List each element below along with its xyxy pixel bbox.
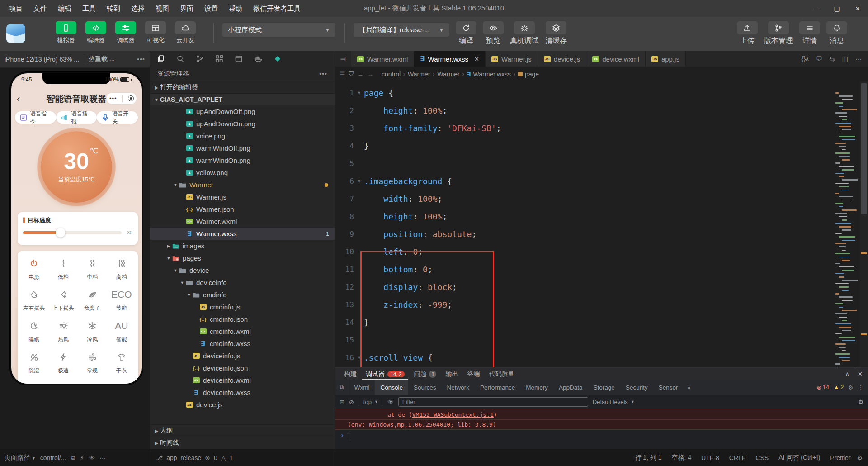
toolbar-layout-button[interactable]: 可视化 [144, 21, 167, 44]
comment-icon[interactable]: 🗩 [816, 55, 822, 62]
collapse-icon[interactable]: ∧ [845, 371, 850, 377]
diamond-icon[interactable] [273, 54, 282, 63]
gear-icon[interactable]: ⚙ [857, 454, 868, 461]
tab-app.js[interactable]: JSapp.js [646, 51, 686, 67]
panel-tab-调试器[interactable]: 调试器14, 2 [362, 368, 408, 380]
split-editor-icon[interactable]: ◫ [842, 55, 848, 62]
menu-item-2[interactable]: 文件 [28, 0, 52, 17]
tab-device.js[interactable]: JSdevice.js [538, 51, 586, 67]
status-item-5[interactable]: CSS [755, 454, 769, 461]
devtools-tab-Network[interactable]: Network [441, 380, 475, 395]
code-line[interactable]: 8 height: 100%; [335, 208, 868, 225]
function-button-swing-lr[interactable]: 左右摇头 [19, 287, 49, 312]
breadcrumb-item-Warmer.wxss[interactable]: ∃Warmer.wxss [467, 71, 511, 78]
scrollbar-thumb[interactable] [861, 83, 867, 214]
function-button-drop[interactable] [78, 381, 107, 385]
more-icon[interactable]: ••• [319, 70, 327, 77]
tree-item-device.js[interactable]: JSdevice.js [150, 399, 335, 411]
tree-item-cmdinfo.wxml[interactable]: <>cmdinfo.wxml [150, 325, 335, 338]
code-line[interactable]: 16∨.scroll view { [335, 349, 868, 366]
more-icon[interactable]: ••• [132, 56, 150, 63]
context-select[interactable]: top▼ [363, 399, 378, 405]
slider-knob[interactable] [56, 228, 65, 238]
function-button-wave1[interactable]: 低档 [49, 256, 78, 281]
function-button-moon[interactable]: 睡眠 [19, 319, 49, 343]
branch-icon[interactable] [195, 54, 204, 63]
function-button-wave3[interactable]: 高档 [107, 256, 137, 281]
voice-chip-mic[interactable]: 语音开关 [97, 111, 138, 124]
code-line[interactable]: 12 display: block; [335, 278, 868, 296]
bookmark-icon[interactable]: ⛉ [349, 70, 354, 78]
code-line[interactable]: 10 left: 0; [335, 243, 868, 261]
toolbar-code-button[interactable]: 编辑器 [84, 21, 108, 44]
function-button-shirt[interactable]: 干衣 [107, 350, 137, 375]
error-counter[interactable]: ⊗14 [817, 384, 829, 391]
tree-item-cmdinfo.js[interactable]: JScmdinfo.js [150, 301, 335, 313]
open-editors-section[interactable]: ▶ 打开的编辑器 [150, 81, 335, 93]
eye-icon[interactable]: 👁 [89, 454, 95, 461]
breadcrumb-item-Warmer[interactable]: Warmer [437, 71, 459, 78]
code-line[interactable]: 2 height: 100%; [335, 102, 868, 119]
tree-item-warmWindOn.png[interactable]: ▲warmWindOn.png [150, 154, 335, 166]
files-icon[interactable] [156, 54, 165, 63]
tree-item-warmWindOff.png[interactable]: ▲warmWindOff.png [150, 142, 335, 154]
box-icon[interactable] [234, 54, 243, 63]
gear-icon[interactable]: ⚙ [848, 384, 853, 391]
devtools-tab-AppData[interactable]: AppData [553, 380, 588, 395]
kebab-icon[interactable]: ⋮ [858, 384, 864, 391]
maximize-icon[interactable]: ▢ [826, 0, 847, 17]
tab-overflow-icon[interactable]: » [683, 384, 694, 391]
panel-tab-终端[interactable]: 终端 [463, 368, 483, 380]
close-icon[interactable]: ✕ [474, 56, 479, 62]
tree-item-deviceinfo.js[interactable]: JSdeviceinfo.js [150, 350, 335, 362]
avatar[interactable] [6, 24, 25, 43]
more-icon[interactable]: ••• [109, 95, 117, 102]
code-line[interactable]: 3 font-family: 'DFKai-SB'; [335, 119, 868, 137]
function-button-power[interactable]: 电源 [19, 256, 49, 281]
menu-item-9[interactable]: 设置 [199, 0, 223, 17]
code-line[interactable]: 7 width: 100%; [335, 190, 868, 208]
nav-back-icon[interactable]: ← [357, 71, 363, 78]
env-name[interactable]: app_release [166, 454, 201, 461]
function-button-wave2[interactable]: 中档 [78, 256, 107, 281]
status-item-2[interactable]: 空格: 4 [672, 454, 692, 462]
sidebar-toggle-icon[interactable]: ⫤ [335, 51, 351, 67]
code-line[interactable]: 11 bottom: 0; [335, 261, 868, 278]
tab-Warmer.wxml[interactable]: <>Warmer.wxml [351, 51, 414, 67]
temperature-slider[interactable] [23, 231, 122, 234]
voice-chip-doc[interactable]: 语音指令 [15, 111, 56, 124]
page-path-select[interactable]: 页面路径 ▼ [5, 454, 36, 462]
tree-item-cmdinfo.wxss[interactable]: ∃cmdinfo.wxss [150, 338, 335, 350]
fold-icon[interactable]: ∨ [354, 90, 364, 96]
tree-item-cmdinfo.json[interactable]: {..}cmdinfo.json [150, 313, 335, 325]
eye-icon[interactable]: 👁 [388, 399, 394, 405]
outline-section[interactable]: ▶ 大纲 [150, 424, 335, 437]
code-line[interactable]: 13 z-index: -999; [335, 296, 868, 314]
function-button-hand[interactable] [107, 381, 137, 385]
menu-item-11[interactable]: 微信开发者工具 [248, 0, 306, 17]
devtools-tab-Security[interactable]: Security [620, 380, 653, 395]
warning-count[interactable]: 1 [230, 454, 233, 461]
tree-item-Warmer.wxss[interactable]: ∃Warmer.wxss1 [150, 228, 335, 240]
function-button-eco[interactable]: ECO节能 [107, 287, 137, 312]
toolbar-cloud-button[interactable]: 云开发 [174, 21, 197, 44]
capsule-menu[interactable]: ••• [106, 92, 137, 105]
toolbar-upload-button[interactable]: 上传 [737, 21, 758, 46]
devtools-tab-Memory[interactable]: Memory [520, 380, 553, 395]
compile-mode-select[interactable]: 【局部编译】release-...▼ [354, 23, 449, 37]
panel-tab-代码质量[interactable]: 代码质量 [485, 368, 518, 380]
compare-icon[interactable]: ⇆ [830, 55, 835, 62]
nav-forward-icon[interactable]: → [367, 71, 373, 78]
code-line[interactable]: 1∨page { [335, 84, 868, 102]
tree-item-Warmer.wxml[interactable]: <>Warmer.wxml [150, 215, 335, 228]
status-item-7[interactable]: Prettier [830, 454, 850, 461]
menu-item-7[interactable]: 视图 [150, 0, 175, 17]
toolbar-sliders-button[interactable]: 调试器 [114, 21, 137, 44]
toolbar-bell-button[interactable]: 消息 [826, 21, 847, 46]
editor-scrollbar[interactable] [860, 81, 868, 367]
tree-item-cmdinfo[interactable]: ▼cmdinfo [150, 289, 335, 301]
function-button-bolt[interactable]: 极速 [49, 350, 78, 375]
format-icon[interactable]: {}ᴀ [802, 55, 809, 62]
outline-list-icon[interactable]: ☰ [340, 71, 345, 78]
menu-item-1[interactable]: 项目 [4, 0, 28, 17]
